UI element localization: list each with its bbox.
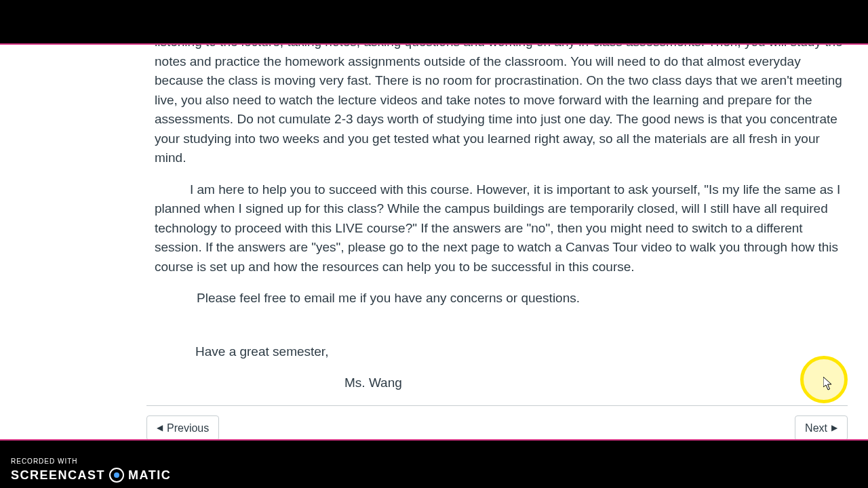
page-nav: ◀ Previous Next ▶ [146, 415, 848, 440]
next-label: Next [805, 422, 827, 434]
paragraph-closing: Have a great semester, [155, 342, 848, 362]
watermark-line1: RECORDED WITH [11, 458, 171, 465]
paragraph-email: Please feel free to email me if you have… [155, 289, 848, 308]
chevron-right-icon: ▶ [831, 424, 837, 432]
previous-label: Previous [167, 422, 209, 434]
record-icon [109, 468, 124, 483]
document-body: listening to the lecture, taking notes, … [155, 45, 848, 393]
nav-divider [146, 405, 848, 406]
paragraph-signature: Ms. Wang [155, 373, 848, 393]
next-button[interactable]: Next ▶ [795, 415, 848, 440]
video-bottom-bar: RECORDED WITH SCREENCAST MATIC [0, 441, 868, 488]
page-content: listening to the lecture, taking notes, … [0, 45, 868, 439]
chevron-left-icon: ◀ [157, 424, 163, 432]
screencast-watermark: RECORDED WITH SCREENCAST MATIC [11, 458, 171, 483]
watermark-word2: MATIC [128, 469, 171, 481]
watermark-word1: SCREENCAST [11, 469, 105, 481]
previous-button[interactable]: ◀ Previous [146, 415, 219, 440]
paragraph-study-habits: listening to the lecture, taking notes, … [155, 45, 848, 168]
paragraph-self-check: I am here to help you to succeed with th… [155, 180, 848, 277]
video-top-bar [0, 0, 868, 43]
